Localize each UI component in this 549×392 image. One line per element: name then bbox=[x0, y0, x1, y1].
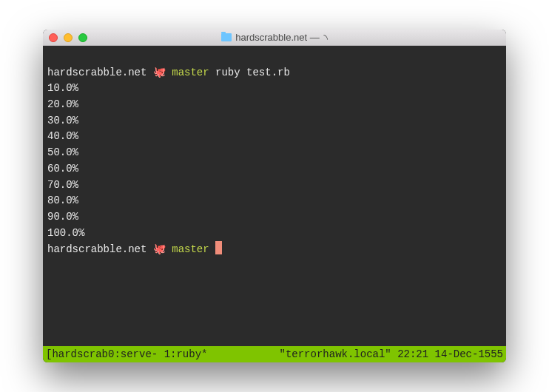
octopus-icon: 🐙 bbox=[153, 243, 166, 255]
output-line: 70.0% bbox=[47, 179, 78, 191]
terminal-body[interactable]: hardscrabble.net 🐙 master ruby test.rb 1… bbox=[43, 46, 506, 346]
title-text-prefix: hardscrabble.net — bbox=[235, 32, 319, 43]
output-line: 60.0% bbox=[47, 163, 78, 175]
folder-icon bbox=[221, 33, 232, 41]
git-branch: master bbox=[172, 67, 209, 78]
prompt-host: hardscrabble.net bbox=[47, 67, 146, 78]
octopus-icon: 🐙 bbox=[153, 67, 166, 78]
minimize-button[interactable] bbox=[64, 33, 73, 42]
output-line: 10.0% bbox=[47, 82, 78, 94]
close-button[interactable] bbox=[49, 33, 58, 42]
output-line: 40.0% bbox=[47, 130, 78, 142]
command-text: ruby test.rb bbox=[215, 67, 290, 78]
tmux-statusbar: [hardscrab0:serve- 1:ruby* "terrorhawk.l… bbox=[43, 346, 506, 362]
output-line: 30.0% bbox=[47, 115, 78, 126]
git-branch: master bbox=[172, 243, 209, 255]
status-date: 14-Dec-1555 bbox=[435, 348, 503, 360]
status-hostname: "terrorhawk.local" bbox=[280, 348, 391, 360]
output-line: 90.0% bbox=[47, 211, 78, 223]
cursor bbox=[215, 241, 222, 254]
maximize-button[interactable] bbox=[78, 33, 87, 42]
output-line: 20.0% bbox=[47, 98, 78, 110]
prompt-host: hardscrabble.net bbox=[47, 243, 146, 255]
titlebar: hardscrabble.net — ৲ bbox=[43, 30, 506, 46]
traffic-lights bbox=[49, 33, 87, 42]
output-line: 100.0% bbox=[47, 227, 84, 239]
window-title: hardscrabble.net — ৲ bbox=[43, 32, 506, 44]
status-gap bbox=[207, 348, 279, 360]
output-line: 50.0% bbox=[47, 146, 78, 158]
output-line: 80.0% bbox=[47, 195, 78, 206]
terminal-window: hardscrabble.net — ৲ hardscrabble.net 🐙 … bbox=[43, 30, 506, 362]
title-text-suffix: ৲ bbox=[323, 32, 328, 44]
status-left: [hardscrab0:serve- 1:ruby* bbox=[46, 348, 207, 360]
status-time: 22:21 bbox=[397, 348, 428, 360]
